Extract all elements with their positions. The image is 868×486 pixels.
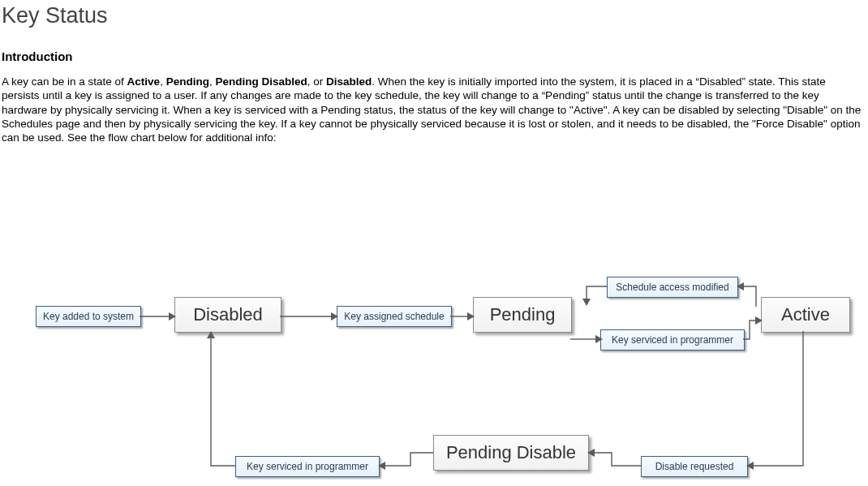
page-title: Key Status	[2, 3, 868, 28]
state-pending-word: Pending	[166, 75, 209, 88]
state-active-word: Active	[127, 75, 161, 88]
introduction-heading: Introduction	[2, 49, 868, 63]
svg-marker-1	[169, 312, 176, 320]
state-pending-disabled-word: Pending Disabled	[215, 75, 307, 88]
arrow-active-to-schedule-label	[737, 282, 763, 308]
svg-marker-12	[587, 449, 595, 457]
state-active-box: Active	[761, 297, 850, 333]
svg-marker-3	[331, 312, 338, 320]
label-key-serviced-bottom: Key serviced in programmer	[235, 456, 380, 477]
arrow-disable-requested-to-pending-disable	[587, 449, 642, 474]
arrow-serviced-bottom-to-disabled	[208, 331, 237, 471]
svg-marker-9	[737, 282, 744, 290]
arrow-assigned-label-to-pending	[450, 312, 475, 321]
introduction-paragraph: A key can be in a state of Active, Pendi…	[2, 75, 863, 144]
arrow-schedule-label-to-pending	[570, 282, 608, 308]
arrow-pending-to-active	[570, 334, 603, 344]
state-pending-box: Pending	[473, 297, 572, 333]
arrow-pending-disable-to-serviced-label	[378, 449, 435, 474]
label-key-serviced-top: Key serviced in programmer	[600, 329, 745, 351]
svg-marker-8	[755, 316, 763, 325]
svg-marker-5	[467, 312, 475, 320]
intro-sep: ,	[160, 75, 166, 88]
state-pending-disable-box: Pending Disable	[433, 435, 589, 471]
label-key-added: Key added to system	[36, 306, 141, 327]
intro-text: A key can be in a state of	[2, 75, 127, 88]
svg-marker-13	[378, 462, 385, 470]
label-schedule-modified: Schedule access modified	[607, 277, 738, 298]
state-disabled-word: Disabled	[326, 75, 372, 88]
svg-marker-10	[582, 299, 591, 306]
arrow-active-to-disable-requested	[746, 331, 811, 471]
intro-sep: , or	[307, 75, 326, 88]
label-disable-requested: Disable requested	[641, 456, 748, 477]
arrow-keyadded-to-disabled	[140, 312, 176, 321]
state-flow-diagram: Disabled Pending Active Pending Disable …	[0, 230, 868, 486]
state-disabled-box: Disabled	[174, 297, 281, 333]
svg-marker-11	[746, 462, 754, 470]
arrow-disabled-to-assigned-label	[280, 312, 338, 321]
svg-marker-7	[595, 335, 603, 343]
svg-marker-14	[207, 331, 215, 338]
label-key-assigned: Key assigned schedule	[337, 306, 452, 327]
